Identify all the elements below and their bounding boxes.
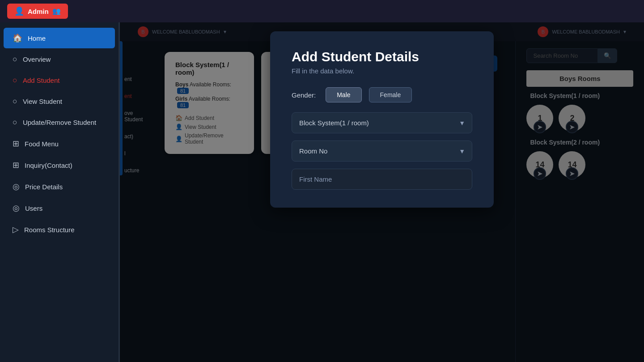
view-student-icon: ○ [13, 97, 17, 106]
sidebar-item-view-student[interactable]: ○ View Student [4, 91, 115, 111]
gender-label: Gender: [292, 91, 316, 99]
first-name-input[interactable] [292, 169, 472, 190]
gender-male-btn[interactable]: Male [326, 87, 361, 102]
food-menu-icon: ⊞ [13, 139, 19, 149]
sidebar-item-label: Home [28, 34, 46, 42]
sidebar-item-price-details[interactable]: ◎ Price Details [4, 176, 115, 197]
sidebar-item-label: Rooms Structure [24, 226, 75, 234]
users-icon: ◎ [13, 203, 20, 213]
admin-label: Admin [28, 8, 49, 15]
main-layout: 🏠 Home ○ Overview ○ Add Student ○ View S… [0, 22, 644, 362]
admin-icon: 👤 [14, 6, 24, 16]
sidebar-item-label: Price Details [25, 183, 63, 191]
sidebar-item-label: Food Menu [25, 140, 59, 148]
home-icon: 🏠 [13, 33, 22, 43]
rooms-icon: ▷ [13, 225, 19, 234]
sidebar-item-label: Add Student [23, 77, 60, 84]
sidebar-item-label: Users [25, 204, 42, 212]
modal-title: Add Student Details [292, 49, 472, 64]
room-no-select-wrap: Room No Room 1 Room 2 ▼ [292, 141, 472, 162]
sidebar: 🏠 Home ○ Overview ○ Add Student ○ View S… [0, 22, 119, 362]
gender-female-btn[interactable]: Female [369, 87, 412, 102]
admin-badge[interactable]: 👤 Admin 👥 [7, 4, 68, 19]
top-bar: 👤 Admin 👥 [0, 0, 644, 22]
sidebar-item-label: Overview [23, 55, 51, 63]
first-name-input-wrap [292, 169, 472, 190]
price-icon: ◎ [13, 182, 20, 192]
sidebar-item-home[interactable]: 🏠 Home [4, 28, 115, 48]
add-student-modal: Add Student Details Fill in the data bel… [270, 31, 494, 208]
sidebar-item-inquiry[interactable]: ⊞ Inquiry(Contact) [4, 155, 115, 175]
overview-icon: ○ [13, 55, 17, 64]
room-no-select[interactable]: Room No Room 1 Room 2 [292, 141, 472, 162]
sidebar-item-label: View Student [23, 98, 62, 105]
gender-row: Gender: Male Female [292, 87, 472, 102]
add-student-icon: ○ [13, 76, 17, 85]
inquiry-icon: ⊞ [13, 160, 19, 170]
sidebar-item-rooms-structure[interactable]: ▷ Rooms Structure [4, 219, 115, 240]
sidebar-item-food-menu[interactable]: ⊞ Food Menu [4, 133, 115, 154]
sidebar-item-overview[interactable]: ○ Overview [4, 49, 115, 69]
sidebar-item-users[interactable]: ◎ Users [4, 198, 115, 218]
sidebar-item-label: Inquiry(Contact) [25, 162, 72, 169]
sidebar-item-label: Update/Remove Student [23, 119, 96, 126]
block-system-select[interactable]: Block System(1 / room) Block System(2 / … [292, 112, 472, 133]
content-area: B WELCOME BABLUBODMASH ▾ B WELCOME BABLU… [120, 22, 644, 362]
modal-overlay: Add Student Details Fill in the data bel… [120, 22, 644, 362]
block-system-select-wrap: Block System(1 / room) Block System(2 / … [292, 112, 472, 133]
admin-user-icon: 👥 [52, 7, 61, 15]
sidebar-item-update-remove[interactable]: ○ Update/Remove Student [4, 112, 115, 132]
update-remove-icon: ○ [13, 118, 17, 127]
modal-subtitle: Fill in the data below. [292, 67, 472, 75]
sidebar-item-add-student[interactable]: ○ Add Student [4, 70, 115, 90]
